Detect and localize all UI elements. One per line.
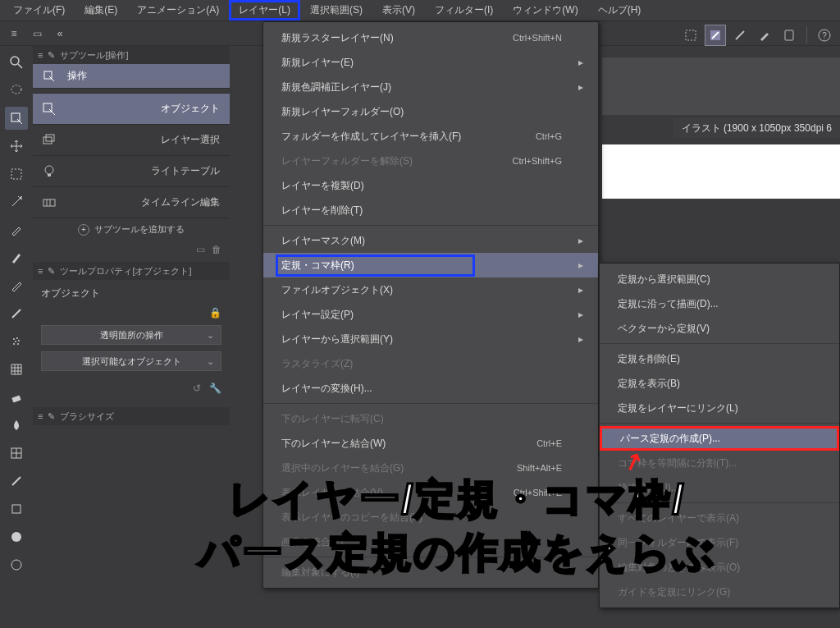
- pencil-icon[interactable]: [5, 274, 28, 297]
- menu-item-label: レイヤーマスク(M): [281, 234, 475, 248]
- hamburger-icon[interactable]: ≡: [38, 266, 43, 276]
- device-icon[interactable]: [778, 25, 800, 46]
- menu-item-label: ファイルオブジェクト(X): [281, 283, 475, 297]
- menu-animation[interactable]: アニメーション(A): [127, 0, 229, 21]
- layer-menu-item-6[interactable]: レイヤーを複製(D): [263, 173, 598, 198]
- toolprop-body: オブジェクト 🔒 透明箇所の操作 選択可能なオブジェクト ↺ 🔧: [33, 280, 230, 401]
- ruler-menu-item-0[interactable]: 定規から選択範囲(C): [600, 267, 839, 291]
- menu-item-label: 新規レイヤーフォルダー(O): [281, 105, 475, 119]
- svg-rect-0: [686, 30, 696, 40]
- ruler-menu-item-6[interactable]: 定規をレイヤーにリンク(L): [600, 396, 839, 420]
- trash-icon[interactable]: 🗑: [212, 244, 221, 255]
- eyedropper-icon[interactable]: [5, 218, 28, 241]
- menu-edit[interactable]: 編集(E): [75, 0, 127, 21]
- ruler-menu-item-1[interactable]: 定規に沿って描画(D)...: [600, 291, 839, 316]
- brush-panel-header[interactable]: ≡ ✎ ブラシサイズ: [33, 407, 230, 425]
- pen-square-icon[interactable]: [705, 25, 726, 46]
- subtool-group-operate[interactable]: 操作: [33, 64, 230, 89]
- menu-help[interactable]: ヘルプ(H): [588, 0, 651, 21]
- brush-small-icon: ✎: [48, 411, 55, 422]
- move-icon[interactable]: [5, 135, 28, 158]
- layer-menu-item-0[interactable]: 新規ラスターレイヤー(N)Ctrl+Shift+N: [263, 25, 598, 50]
- layer-menu-item-18[interactable]: 下のレイヤーと結合(W)Ctrl+E: [263, 431, 598, 456]
- brush-icon[interactable]: [729, 25, 751, 46]
- brush-tool-icon[interactable]: [5, 302, 28, 325]
- subtool-timeline[interactable]: タイムライン編集: [33, 187, 230, 218]
- subtool-label: オブジェクト: [67, 102, 223, 116]
- subtool-label: タイムライン編集: [67, 195, 223, 209]
- menu-selection[interactable]: 選択範囲(S): [300, 0, 372, 21]
- subtool-layer-select[interactable]: レイヤー選択: [33, 125, 230, 156]
- marquee-icon[interactable]: [680, 25, 701, 46]
- subtool-light-table[interactable]: ライトテーブル: [33, 156, 230, 187]
- duplicate-icon[interactable]: ▭: [196, 244, 205, 255]
- ruler-menu-item-4[interactable]: 定規を削除(E): [600, 346, 839, 371]
- brush-title: ブラシサイズ: [60, 410, 114, 423]
- layer-menu-item-10[interactable]: 定規・コマ枠(R)▸: [263, 253, 598, 277]
- menu-filter[interactable]: フィルター(I): [425, 0, 503, 21]
- lasso-icon[interactable]: [5, 79, 28, 102]
- menu-item-label: レイヤーフォルダーを解除(S): [281, 154, 475, 168]
- menu-item-label: パース定規の作成(P)...: [620, 432, 720, 446]
- svg-rect-22: [12, 505, 21, 513]
- subtool-panel-header[interactable]: ≡ ✎ サブツール[操作]: [33, 46, 230, 64]
- layer-menu-item-2[interactable]: 新規色調補正レイヤー(J)▸: [263, 75, 598, 99]
- menu-item-label: 定規に沿って描画(D)...: [618, 297, 719, 311]
- pen-icon[interactable]: [5, 246, 28, 269]
- separator: [263, 225, 598, 226]
- rect-select-icon[interactable]: [5, 163, 28, 186]
- menu-view[interactable]: 表示(V): [372, 0, 425, 21]
- add-subtool-label: サブツールを追加する: [94, 223, 185, 236]
- grid-icon[interactable]: [5, 442, 28, 465]
- magnifier-icon[interactable]: [5, 51, 28, 74]
- hamburger-icon[interactable]: ≡: [38, 411, 43, 421]
- circle-solid-icon[interactable]: [5, 525, 28, 548]
- circle-outline-icon[interactable]: [5, 553, 28, 576]
- brush-small-icon: ✎: [48, 266, 55, 277]
- collapse-icon[interactable]: «: [51, 25, 69, 43]
- layer-menu-item-15[interactable]: レイヤーの変換(H)...: [263, 376, 598, 401]
- add-subtool[interactable]: + サブツールを追加する: [33, 218, 230, 241]
- menu-item-label: ラスタライズ(Z): [281, 357, 475, 371]
- layer-menu-item-7[interactable]: レイヤーを削除(T): [263, 198, 598, 222]
- menu-item-label: 定規を削除(E): [618, 352, 716, 366]
- layer-menu-item-1[interactable]: 新規レイヤー(E)▸: [263, 50, 598, 75]
- layer-menu-item-9[interactable]: レイヤーマスク(M)▸: [263, 228, 598, 253]
- blend-icon[interactable]: [5, 414, 28, 437]
- lock-icon[interactable]: 🔒: [209, 307, 221, 319]
- pattern-icon[interactable]: [5, 358, 28, 381]
- layer-menu-item-12[interactable]: レイヤー設定(P)▸: [263, 302, 598, 327]
- spray-icon[interactable]: [5, 330, 28, 353]
- edit-pen-icon[interactable]: [754, 25, 775, 46]
- hamburger-icon[interactable]: ≡: [38, 50, 43, 60]
- toolprop-header[interactable]: ≡ ✎ ツールプロパティ[オブジェクト]: [33, 262, 230, 280]
- separator: [263, 403, 598, 404]
- subtool-object[interactable]: オブジェクト: [33, 94, 230, 125]
- ruler-menu-item-2[interactable]: ベクターから定規(V): [600, 316, 839, 341]
- layer-menu-item-3[interactable]: 新規レイヤーフォルダー(O): [263, 99, 598, 124]
- dd-transparent-op[interactable]: 透明箇所の操作: [41, 325, 221, 345]
- menu-file[interactable]: ファイル(F): [3, 0, 75, 21]
- menu-item-label: ガイドを定規にリンク(G): [618, 585, 730, 599]
- hamburger-icon[interactable]: ≡: [5, 25, 23, 43]
- line-icon[interactable]: [5, 470, 28, 493]
- layer-menu-item-4[interactable]: フォルダーを作成してレイヤーを挿入(F)Ctrl+G: [263, 124, 598, 149]
- layer-menu-item-13[interactable]: レイヤーから選択範囲(Y)▸: [263, 327, 598, 351]
- svg-point-11: [13, 338, 15, 340]
- dd-selectable-obj[interactable]: 選択可能なオブジェクト: [41, 351, 221, 371]
- svg-rect-2: [785, 30, 793, 40]
- wrench-icon[interactable]: 🔧: [209, 383, 221, 394]
- help-icon[interactable]: ?: [814, 25, 835, 46]
- reset-icon[interactable]: ↺: [193, 383, 201, 394]
- menu-window[interactable]: ウィンドウ(W): [503, 0, 587, 21]
- panel-icon[interactable]: ▭: [28, 25, 46, 43]
- ruler-menu-item-5[interactable]: 定規を表示(B): [600, 371, 839, 396]
- shape-icon[interactable]: [5, 497, 28, 520]
- wand-icon[interactable]: [5, 190, 28, 213]
- object-tool-icon[interactable]: [5, 107, 28, 130]
- menu-layer[interactable]: レイヤー(L): [229, 0, 300, 21]
- eraser-icon[interactable]: [5, 386, 28, 409]
- layer-menu-item-11[interactable]: ファイルオブジェクト(X)▸: [263, 277, 598, 302]
- svg-line-21: [12, 477, 21, 485]
- separator: [600, 343, 839, 344]
